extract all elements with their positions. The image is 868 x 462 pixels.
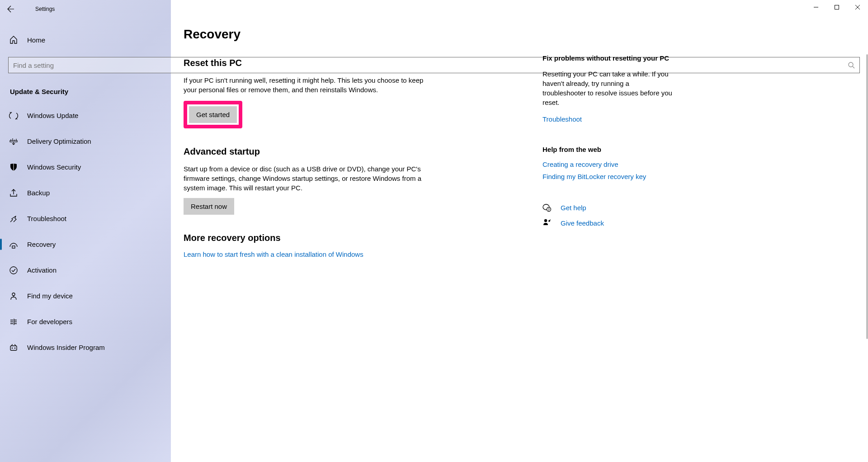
- maximize-icon: [835, 5, 839, 9]
- sidebar-scrollbar[interactable]: [866, 54, 868, 339]
- web-link-recovery-drive[interactable]: Creating a recovery drive: [542, 160, 674, 168]
- sidebar-item-label: Windows Insider Program: [27, 344, 105, 351]
- close-button[interactable]: [847, 0, 868, 14]
- start-fresh-link[interactable]: Learn how to start fresh with a clean in…: [184, 250, 363, 258]
- sidebar-item-label: Find my device: [27, 292, 73, 300]
- reset-pc-section: Reset this PC If your PC isn't running w…: [184, 58, 532, 128]
- nav-icon: [9, 292, 18, 301]
- nav-icon: [9, 266, 18, 275]
- svg-point-1: [849, 62, 853, 67]
- minimize-button[interactable]: [806, 0, 826, 14]
- minimize-icon: [814, 5, 818, 9]
- svg-text:?: ?: [548, 208, 550, 211]
- sidebar-item-label: Delivery Optimization: [27, 137, 91, 145]
- nav-icon: [9, 240, 18, 249]
- close-icon: [855, 5, 860, 9]
- svg-point-4: [10, 267, 17, 274]
- more-recovery-section: More recovery options Learn how to start…: [184, 233, 532, 258]
- nav-icon: [9, 214, 18, 223]
- restart-now-button[interactable]: Restart now: [184, 198, 234, 215]
- svg-rect-6: [10, 346, 17, 350]
- svg-rect-2: [10, 141, 17, 142]
- sidebar-item-label: Windows Update: [27, 112, 78, 119]
- help-from-web-block: Help from the web Creating a recovery dr…: [542, 146, 674, 180]
- advanced-startup-heading: Advanced startup: [184, 146, 532, 157]
- sidebar-item-label: Recovery: [27, 240, 56, 248]
- svg-point-12: [544, 219, 547, 222]
- web-link-bitlocker[interactable]: Finding my BitLocker recovery key: [542, 173, 674, 180]
- nav-icon: [9, 189, 18, 198]
- sidebar-item-find-my-device[interactable]: Find my device: [0, 283, 868, 309]
- give-feedback-row[interactable]: Give feedback: [542, 218, 674, 227]
- advanced-startup-body: Start up from a device or disc (such as …: [184, 164, 428, 193]
- sidebar-item-label: Troubleshoot: [27, 215, 66, 222]
- nav-icon: [9, 111, 18, 120]
- svg-point-5: [12, 293, 15, 296]
- sidebar-item-label: Backup: [27, 189, 50, 197]
- svg-rect-0: [835, 5, 839, 9]
- svg-rect-3: [12, 246, 15, 248]
- fix-problems-heading: Fix problems without resetting your PC: [542, 54, 674, 62]
- window-controls: [806, 0, 868, 14]
- highlight-annotation: Get started: [184, 101, 242, 128]
- maximize-button[interactable]: [826, 0, 847, 14]
- sidebar-item-windows-insider-program[interactable]: Windows Insider Program: [0, 335, 868, 360]
- get-started-button[interactable]: Get started: [189, 106, 237, 123]
- fix-problems-body: Resetting your PC can take a while. If y…: [542, 69, 674, 107]
- help-icon: ?: [542, 203, 552, 212]
- troubleshoot-link[interactable]: Troubleshoot: [542, 115, 674, 123]
- app-title: Settings: [22, 6, 55, 12]
- more-recovery-heading: More recovery options: [184, 233, 532, 243]
- search-icon: [848, 61, 855, 69]
- home-icon: [9, 35, 18, 44]
- sidebar-item-label: For developers: [27, 318, 72, 325]
- sidebar-item-label: Windows Security: [27, 163, 81, 171]
- titlebar: Settings: [0, 0, 868, 18]
- nav-icon: [9, 317, 18, 326]
- sidebar-item-label: Activation: [27, 266, 57, 274]
- reset-pc-body: If your PC isn't running well, resetting…: [184, 75, 428, 94]
- reset-pc-heading: Reset this PC: [184, 58, 532, 68]
- fix-problems-block: Fix problems without resetting your PC R…: [542, 54, 674, 123]
- svg-point-7: [12, 347, 13, 349]
- advanced-startup-section: Advanced startup Start up from a device …: [184, 146, 532, 215]
- help-from-web-heading: Help from the web: [542, 146, 674, 153]
- back-button[interactable]: [0, 0, 22, 18]
- give-feedback-link[interactable]: Give feedback: [561, 219, 604, 227]
- sidebar-home-label: Home: [27, 36, 45, 44]
- nav-icon: [9, 137, 18, 146]
- svg-point-8: [14, 347, 16, 349]
- sidebar-item-for-developers[interactable]: For developers: [0, 309, 868, 335]
- arrow-left-icon: [7, 5, 14, 13]
- right-column: Fix problems without resetting your PC R…: [542, 54, 674, 234]
- nav-icon: [9, 163, 18, 172]
- page-title: Recovery: [184, 27, 532, 42]
- feedback-icon: [542, 218, 552, 227]
- get-help-link[interactable]: Get help: [561, 204, 586, 212]
- nav-icon: [9, 343, 18, 352]
- main-content: Recovery Reset this PC If your PC isn't …: [184, 27, 532, 276]
- get-help-row[interactable]: ? Get help: [542, 203, 674, 212]
